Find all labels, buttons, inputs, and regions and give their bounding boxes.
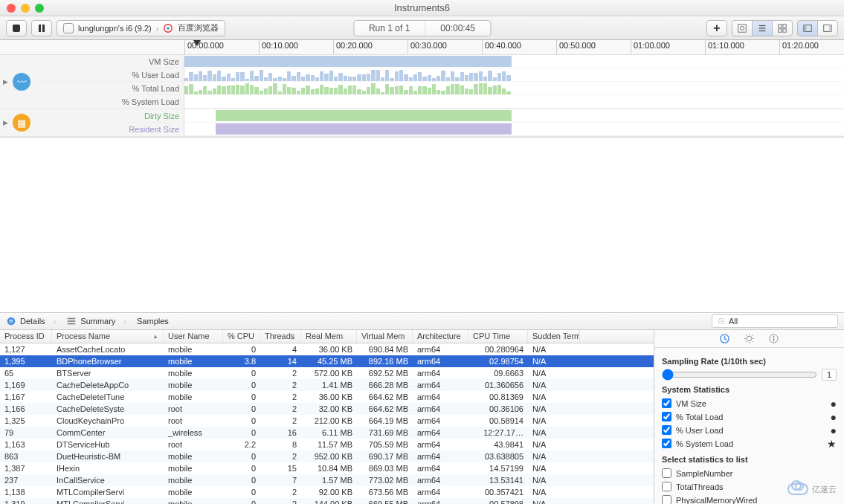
column-header[interactable]: Real Mem bbox=[301, 330, 357, 343]
table-cell: N/A bbox=[528, 450, 580, 462]
timeline-ruler[interactable]: 00:00.00000:10.00000:20.00000:30.00000:4… bbox=[0, 40, 844, 55]
table-row[interactable]: 79CommCenter_wireless0166.11 MB731.69 MB… bbox=[0, 427, 654, 439]
tab-samples[interactable]: Samples bbox=[137, 317, 169, 326]
track-lane[interactable] bbox=[184, 82, 844, 95]
pause-button[interactable] bbox=[31, 20, 52, 36]
target-selector[interactable]: lunglungpn's i6 (9.2) › 百度浏览器 bbox=[57, 20, 225, 36]
column-header[interactable]: Virtual Mem bbox=[357, 330, 413, 343]
table-cell: 2 bbox=[260, 403, 301, 415]
close-window[interactable] bbox=[7, 4, 16, 13]
track-lane[interactable] bbox=[184, 95, 844, 109]
table-row[interactable]: 1,163DTServiceHubroot2.2811.57 MB705.59 … bbox=[0, 439, 654, 450]
checkbox[interactable] bbox=[662, 412, 671, 421]
table-cell: 92.00 KB bbox=[301, 486, 357, 498]
table-cell: CloudKeychainPro bbox=[52, 415, 164, 427]
table-cell: 13.53141 bbox=[468, 474, 528, 486]
view-list-button[interactable] bbox=[752, 20, 773, 36]
instrument-icon[interactable]: ▦ bbox=[10, 109, 33, 136]
zoom-window[interactable] bbox=[35, 4, 44, 13]
playhead-icon[interactable] bbox=[193, 40, 201, 46]
table-cell: 00.57898 bbox=[468, 498, 528, 505]
table-cell: mobile bbox=[164, 450, 223, 462]
stat-checkbox-row[interactable]: % User Load● bbox=[662, 424, 837, 437]
table-cell: root bbox=[164, 439, 223, 450]
table-row[interactable]: 863DuetHeuristic-BMmobile02952.00 KB690.… bbox=[0, 450, 654, 462]
add-button[interactable]: + bbox=[706, 20, 727, 36]
tab-summary[interactable]: Summary› bbox=[66, 316, 126, 326]
select-stats-header: Select statistics to list bbox=[662, 455, 837, 464]
table-row[interactable]: 1,319MTLCompilerServimobile02144.00 KB66… bbox=[0, 498, 654, 505]
stat-checkbox-row[interactable]: VM Size● bbox=[662, 397, 837, 410]
stat-indicator-icon: ● bbox=[831, 413, 837, 421]
column-header[interactable]: Process ID bbox=[0, 330, 52, 343]
table-cell: mobile bbox=[164, 355, 223, 367]
disclosure-triangle[interactable]: ▶ bbox=[0, 55, 10, 109]
table-cell: 705.59 MB bbox=[357, 439, 413, 450]
checkbox[interactable] bbox=[662, 468, 671, 478]
target-device: lunglungpn's i6 (9.2) bbox=[78, 24, 152, 33]
table-cell: mobile bbox=[164, 367, 223, 379]
table-cell: 2 bbox=[260, 498, 301, 505]
run-status[interactable]: Run 1 of 1 00:00:45 bbox=[353, 20, 491, 36]
table-cell: N/A bbox=[528, 498, 580, 505]
table-cell: 14.57199 bbox=[468, 462, 528, 474]
track-lane[interactable] bbox=[184, 109, 844, 123]
svg-line-29 bbox=[752, 340, 753, 341]
strategy-button[interactable] bbox=[732, 20, 753, 36]
sampling-rate-slider[interactable] bbox=[662, 369, 817, 381]
disclosure-triangle[interactable]: ▶ bbox=[0, 109, 10, 136]
search-field[interactable]: All bbox=[712, 314, 838, 328]
view-grid-button[interactable] bbox=[772, 20, 793, 36]
column-header[interactable]: % CPU bbox=[223, 330, 260, 343]
table-row[interactable]: 1,325CloudKeychainProroot02212.00 KB664.… bbox=[0, 415, 654, 427]
table-cell: 0 bbox=[223, 415, 260, 427]
inspector-panel: Sampling Rate (1/10th sec) 1 System Stat… bbox=[654, 330, 844, 505]
minimize-window[interactable] bbox=[21, 4, 30, 13]
stat-checkbox-row[interactable]: % System Load★ bbox=[662, 437, 837, 450]
track-lane[interactable] bbox=[184, 68, 844, 82]
table-cell: 1,325 bbox=[0, 415, 52, 427]
column-header[interactable]: User Name bbox=[164, 330, 223, 343]
table-cell: 00.81369 bbox=[468, 391, 528, 403]
track-lane[interactable] bbox=[184, 55, 844, 68]
column-header[interactable]: CPU Time bbox=[468, 330, 528, 343]
track-lane[interactable] bbox=[184, 123, 844, 136]
extended-detail-icon[interactable] bbox=[768, 333, 779, 344]
ruler-tick: 00:00.000 bbox=[184, 40, 224, 55]
table-row[interactable]: 1,167CacheDeleteITunemobile0236.00 KB664… bbox=[0, 391, 654, 403]
column-header[interactable]: Sudden Term bbox=[528, 330, 580, 343]
column-header[interactable]: Threads bbox=[260, 330, 301, 343]
pane-left-button[interactable] bbox=[797, 20, 818, 36]
pane-right-button[interactable] bbox=[817, 20, 838, 36]
checkbox[interactable] bbox=[662, 425, 671, 435]
checkbox[interactable] bbox=[662, 439, 671, 448]
display-settings-icon[interactable] bbox=[744, 333, 755, 344]
table-row[interactable]: 1,138MTLCompilerServimobile0292.00 KB673… bbox=[0, 486, 654, 498]
instrument-icon[interactable]: 〰 bbox=[10, 55, 33, 109]
checkbox[interactable] bbox=[662, 495, 671, 504]
table-row[interactable]: 1,166CacheDeleteSysteroot0232.00 KB664.6… bbox=[0, 403, 654, 415]
checkbox[interactable] bbox=[662, 398, 671, 408]
table-cell: 664.19 MB bbox=[357, 415, 413, 427]
table-cell: 2 bbox=[260, 391, 301, 403]
table-cell: 02.98754 bbox=[468, 355, 528, 367]
record-settings-icon[interactable] bbox=[719, 333, 730, 344]
table-row[interactable]: 237InCallServicemobile071.57 MB773.02 MB… bbox=[0, 474, 654, 486]
table-cell: N/A bbox=[528, 403, 580, 415]
stat-checkbox-row[interactable]: % Total Load● bbox=[662, 410, 837, 424]
table-row[interactable]: 1,395BDPhoneBrowsermobile3.81445.25 MB89… bbox=[0, 355, 654, 367]
table-cell: 1,138 bbox=[0, 486, 52, 498]
table-row[interactable]: 65BTServermobile02572.00 KB692.52 MBarm6… bbox=[0, 367, 654, 379]
table-cell: arm64 bbox=[413, 367, 468, 379]
column-header[interactable]: Process Name▲ bbox=[52, 330, 164, 343]
record-button[interactable] bbox=[6, 20, 27, 36]
table-row[interactable]: 1,387IHexinmobile01510.84 MB869.03 MBarm… bbox=[0, 462, 654, 474]
column-header[interactable]: Architecture bbox=[413, 330, 468, 343]
table-cell: root bbox=[164, 403, 223, 415]
stat-checkbox-row[interactable]: SampleNumber bbox=[662, 467, 837, 480]
table-cell: 4 bbox=[260, 343, 301, 355]
tab-details[interactable]: ≡ Details› bbox=[6, 316, 56, 326]
table-row[interactable]: 1,127AssetCacheLocatomobile0436.00 KB690… bbox=[0, 343, 654, 355]
checkbox[interactable] bbox=[662, 482, 671, 491]
table-row[interactable]: 1,169CacheDeleteAppComobile021.41 MB666.… bbox=[0, 379, 654, 391]
